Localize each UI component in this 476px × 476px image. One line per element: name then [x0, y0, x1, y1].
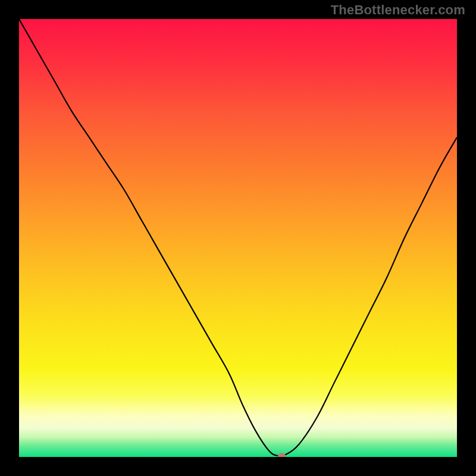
chart-frame: TheBottlenecker.com — [0, 0, 476, 476]
gradient-background — [19, 19, 457, 457]
chart-svg — [19, 19, 457, 457]
watermark-text: TheBottlenecker.com — [331, 2, 465, 18]
plot-area — [19, 19, 457, 457]
